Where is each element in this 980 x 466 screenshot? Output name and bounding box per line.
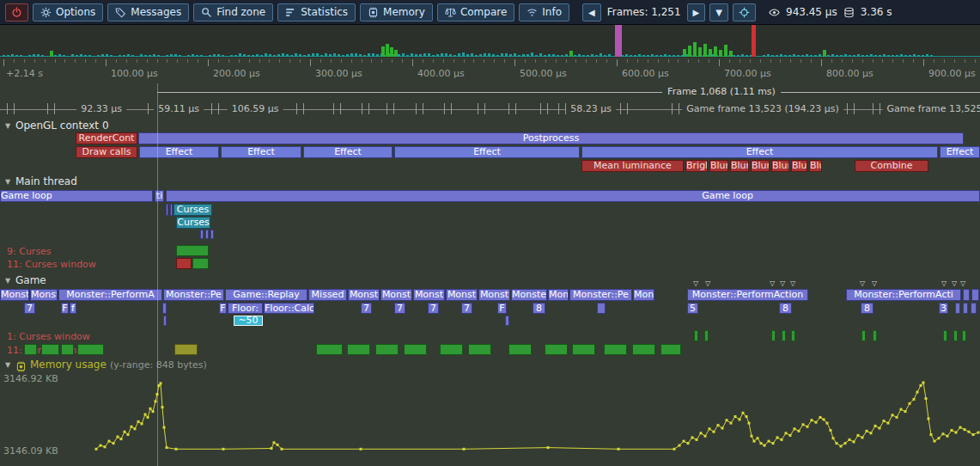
frame-bar[interactable] xyxy=(587,55,589,57)
section-header-memory-usage[interactable]: Memory usage xyxy=(30,359,107,371)
zone-effect[interactable]: Effect xyxy=(940,146,980,158)
zone-effect[interactable]: Effect xyxy=(303,146,393,158)
frame-bar-slow[interactable] xyxy=(390,47,393,57)
frame-bar[interactable] xyxy=(170,54,173,57)
frame-bar[interactable] xyxy=(299,54,301,57)
frame-bar[interactable] xyxy=(54,55,57,57)
zone-bar[interactable] xyxy=(971,289,979,301)
frame-bar[interactable] xyxy=(518,55,520,57)
frame-bar[interactable] xyxy=(514,53,516,57)
zone-7[interactable]: 7 xyxy=(461,303,472,314)
frame-bar[interactable] xyxy=(471,53,473,57)
frame-bar[interactable] xyxy=(213,54,216,57)
frame-bar[interactable] xyxy=(492,54,495,57)
frame-bar[interactable] xyxy=(801,55,804,57)
zone-bar[interactable] xyxy=(971,303,977,314)
zone-bar[interactable] xyxy=(404,344,427,355)
zone-monste[interactable]: Monste xyxy=(0,289,29,301)
frame-bar[interactable] xyxy=(101,54,104,57)
frame-bar[interactable] xyxy=(243,54,246,57)
frame-bar[interactable] xyxy=(840,55,843,57)
frame-bar[interactable] xyxy=(892,55,894,57)
frame-bar[interactable] xyxy=(904,55,907,57)
frame-bar-slow[interactable] xyxy=(50,51,53,57)
frame-bar[interactable] xyxy=(767,54,770,57)
zone-game-replay[interactable]: Game::Replay xyxy=(225,289,307,301)
frame-bar[interactable] xyxy=(814,55,817,57)
next-frame-button[interactable]: ▶ xyxy=(687,3,706,21)
zone-bar[interactable] xyxy=(162,303,167,314)
frame-bar[interactable] xyxy=(565,54,568,57)
frame-bar[interactable] xyxy=(260,55,263,57)
frame-bar[interactable] xyxy=(771,55,774,57)
zone-7[interactable]: 7 xyxy=(361,303,372,314)
frame-bar[interactable] xyxy=(733,55,735,57)
message-marker-icon[interactable]: ▽ xyxy=(790,279,795,287)
message-marker-icon[interactable]: ▽ xyxy=(960,279,965,287)
frame-bar[interactable] xyxy=(531,52,533,57)
frame-bar-slow[interactable] xyxy=(683,49,686,57)
zone-bar[interactable] xyxy=(468,344,491,355)
message-marker-icon[interactable]: ▽ xyxy=(872,279,877,287)
frame-bar[interactable] xyxy=(106,54,108,57)
frame-bar[interactable] xyxy=(634,55,636,57)
collapse-triangle-icon[interactable]: ▼ xyxy=(5,122,10,130)
prev-frame-button[interactable]: ◀ xyxy=(582,3,601,21)
frame-bar[interactable] xyxy=(544,55,546,57)
frame-bar[interactable] xyxy=(97,55,100,57)
zone-effect[interactable]: Effect xyxy=(581,146,938,158)
frame-bar[interactable] xyxy=(204,56,207,57)
zone-blur[interactable]: Blur xyxy=(791,160,807,172)
zone-blur[interactable]: Blur xyxy=(751,160,770,172)
frame-bar[interactable] xyxy=(887,55,890,57)
frame-bar-slow[interactable] xyxy=(569,51,573,57)
frame-bar[interactable] xyxy=(574,55,576,57)
frame-bar[interactable] xyxy=(131,55,134,57)
zone-postprocess[interactable]: Postprocess xyxy=(138,132,964,144)
frame-bar[interactable] xyxy=(316,53,319,57)
frame-bar[interactable] xyxy=(539,53,542,57)
frame-bar-slow[interactable] xyxy=(714,46,717,57)
frame-bar[interactable] xyxy=(15,55,18,57)
statistics-button[interactable]: Statistics xyxy=(277,3,356,21)
zone-bar[interactable] xyxy=(192,258,209,269)
frame-bar[interactable] xyxy=(196,55,198,57)
frame-bar[interactable] xyxy=(256,54,259,57)
message-marker-icon[interactable]: ▽ xyxy=(705,279,710,287)
collapse-triangle-icon[interactable]: ▼ xyxy=(5,178,10,186)
frame-bar[interactable] xyxy=(466,54,469,57)
frame-bar-slow[interactable] xyxy=(729,51,733,57)
frame-bar[interactable] xyxy=(479,54,482,57)
frame-bar[interactable] xyxy=(746,55,748,57)
frame-bar[interactable] xyxy=(655,55,658,57)
frame-bar[interactable] xyxy=(788,55,791,57)
zone-bar[interactable] xyxy=(176,245,209,256)
zone-bar[interactable] xyxy=(347,344,370,355)
section-header-opengl-context-0[interactable]: OpenGL context 0 xyxy=(15,120,109,132)
frame-bar[interactable] xyxy=(844,54,847,57)
section-header-game[interactable]: Game xyxy=(15,274,46,286)
zone-monster-pe[interactable]: Monster::Pe xyxy=(569,289,632,301)
frame-bar-slow[interactable] xyxy=(823,50,826,57)
frame-band-label[interactable]: Frame 1,068 (1.11 ms) xyxy=(662,86,781,97)
frame-bar[interactable] xyxy=(776,55,778,57)
zone-8[interactable]: 8 xyxy=(533,303,545,314)
zone-mons[interactable]: Mons xyxy=(548,289,569,301)
zone-curses[interactable]: Curses xyxy=(173,204,212,216)
frame-bar[interactable] xyxy=(488,53,490,57)
frame-bar[interactable] xyxy=(677,55,679,57)
frame-bar[interactable] xyxy=(900,54,903,57)
frame-bar-slow[interactable] xyxy=(703,44,707,57)
frame-bar[interactable] xyxy=(423,53,426,57)
frame-bar[interactable] xyxy=(552,54,555,57)
frame-bar-slow[interactable] xyxy=(709,49,712,57)
frame-bar[interactable] xyxy=(870,54,873,57)
zone-bar[interactable] xyxy=(943,330,947,341)
frame-bar[interactable] xyxy=(475,55,478,57)
frame-bar[interactable] xyxy=(668,55,671,57)
frame-bar[interactable] xyxy=(853,55,855,57)
frame-bar[interactable] xyxy=(136,56,138,57)
zone-bar[interactable] xyxy=(597,303,606,314)
compare-button[interactable]: Compare xyxy=(437,3,514,21)
frame-bar[interactable] xyxy=(166,55,168,57)
